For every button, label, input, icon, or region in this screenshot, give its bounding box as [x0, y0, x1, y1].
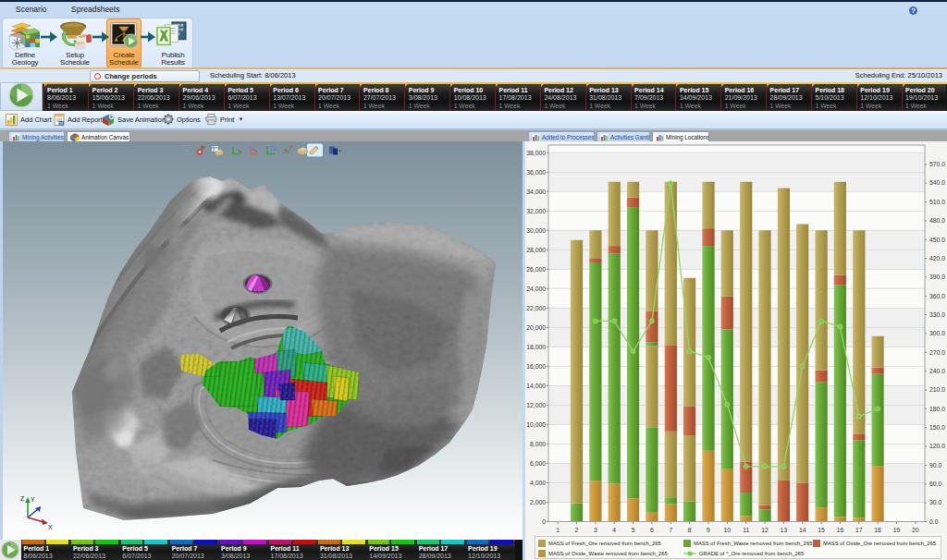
svg-text:8: 8	[688, 527, 692, 533]
svg-text:17: 17	[855, 527, 863, 533]
svg-text:12,000: 12,000	[526, 402, 546, 408]
svg-text:38,000: 38,000	[526, 150, 546, 156]
svg-text:360.0: 360.0	[929, 293, 945, 299]
svg-text:450.0: 450.0	[929, 237, 945, 243]
svg-text:13: 13	[781, 527, 788, 533]
svg-text:270.0: 270.0	[929, 349, 945, 356]
svg-text:240.0: 240.0	[929, 368, 945, 374]
svg-text:16: 16	[837, 527, 844, 533]
svg-text:22,000: 22,000	[526, 305, 546, 311]
svg-text:18,000: 18,000	[526, 344, 546, 350]
svg-text:15: 15	[818, 527, 825, 533]
svg-text:X: X	[48, 524, 53, 530]
svg-text:1: 1	[556, 527, 560, 533]
svg-text:32,000: 32,000	[526, 208, 546, 214]
svg-text:14,000: 14,000	[526, 383, 546, 389]
svg-text:18: 18	[874, 527, 881, 533]
svg-text:90.0: 90.0	[929, 462, 941, 469]
svg-text:510.0: 510.0	[929, 199, 945, 205]
svg-text:150.0: 150.0	[929, 424, 945, 431]
svg-text:7: 7	[669, 527, 672, 533]
svg-text:120.0: 120.0	[929, 443, 945, 449]
svg-text:0.0: 0.0	[929, 518, 939, 525]
svg-text:12: 12	[761, 527, 769, 533]
svg-text:2,000: 2,000	[530, 499, 546, 505]
svg-text:28,000: 28,000	[526, 247, 546, 253]
svg-text:3: 3	[594, 527, 597, 533]
svg-text:36,000: 36,000	[526, 169, 546, 176]
svg-text:4,000: 4,000	[530, 480, 546, 486]
svg-text:570.0: 570.0	[929, 161, 945, 167]
svg-text:19: 19	[893, 527, 901, 533]
svg-text:480.0: 480.0	[929, 217, 945, 224]
svg-text:Z: Z	[20, 495, 25, 502]
svg-text:0: 0	[542, 518, 546, 525]
svg-text:540.0: 540.0	[929, 179, 945, 186]
svg-text:24,000: 24,000	[526, 286, 546, 292]
svg-text:20: 20	[912, 527, 919, 533]
svg-text:10,000: 10,000	[526, 421, 546, 428]
svg-text:30,000: 30,000	[526, 227, 546, 234]
svg-text:5: 5	[632, 527, 635, 533]
svg-text:420.0: 420.0	[929, 255, 945, 262]
svg-text:34,000: 34,000	[526, 189, 546, 195]
svg-text:14: 14	[799, 527, 806, 533]
svg-text:4: 4	[612, 527, 616, 533]
svg-text:30.0: 30.0	[929, 499, 941, 505]
svg-text:210.0: 210.0	[929, 386, 945, 393]
svg-text:2: 2	[575, 527, 579, 533]
svg-text:60.0: 60.0	[929, 481, 941, 487]
svg-text:6,000: 6,000	[530, 460, 546, 467]
svg-text:6: 6	[650, 527, 654, 533]
svg-text:11: 11	[743, 527, 749, 533]
svg-text:8,000: 8,000	[530, 441, 546, 447]
svg-text:300.0: 300.0	[929, 330, 945, 336]
svg-text:180.0: 180.0	[929, 406, 945, 412]
svg-text:26,000: 26,000	[526, 266, 546, 273]
svg-text:9: 9	[707, 527, 710, 533]
svg-text:390.0: 390.0	[929, 274, 945, 280]
svg-text:10: 10	[724, 527, 732, 533]
svg-text:20,000: 20,000	[526, 324, 546, 331]
svg-text:16,000: 16,000	[526, 363, 546, 370]
svg-text:330.0: 330.0	[929, 311, 945, 318]
svg-text:Y: Y	[31, 496, 35, 503]
